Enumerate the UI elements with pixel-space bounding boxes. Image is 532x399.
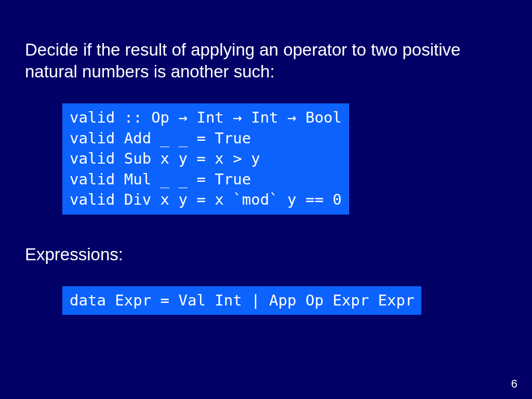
intro-paragraph: Decide if the result of applying an oper…: [25, 39, 507, 83]
code-block-expr: data Expr = Val Int | App Op Expr Expr: [62, 286, 421, 315]
page-number: 6: [511, 377, 517, 391]
code-block-valid-wrap: valid :: Op → Int → Int → Bool valid Add…: [62, 103, 507, 214]
code-block-expr-wrap: data Expr = Val Int | App Op Expr Expr: [62, 286, 507, 315]
code-block-valid: valid :: Op → Int → Int → Bool valid Add…: [62, 103, 349, 214]
slide: Decide if the result of applying an oper…: [0, 0, 532, 399]
section-heading-expressions: Expressions:: [25, 244, 507, 265]
